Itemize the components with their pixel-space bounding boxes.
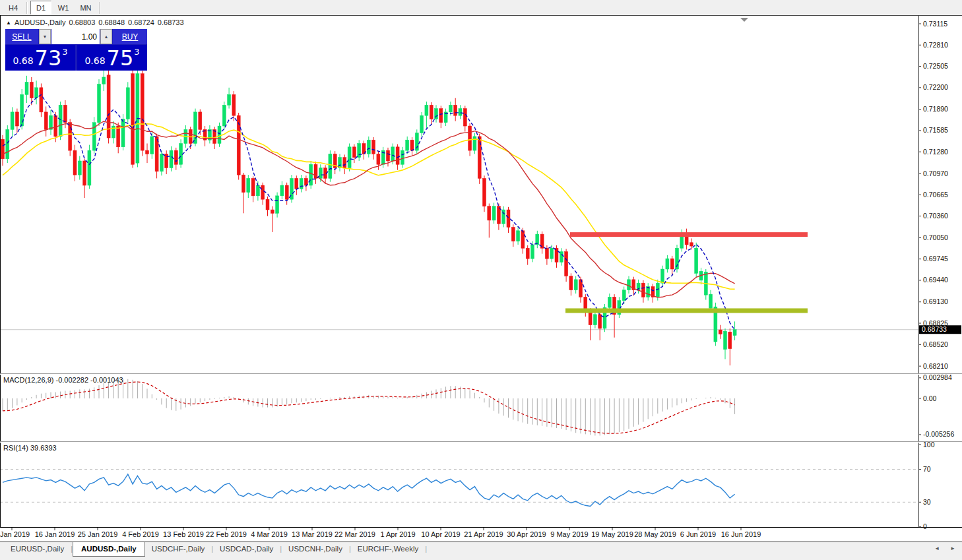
rsi-axis-label: 0 <box>923 522 927 530</box>
candle-body <box>121 119 125 146</box>
toolbar-separator <box>26 2 28 14</box>
tab-scroll-controls: ◄ ► <box>934 545 955 551</box>
candle-body <box>309 164 313 185</box>
candle-body <box>387 150 390 161</box>
price-axis-label: 0.68520 <box>923 340 948 348</box>
candle-body <box>728 332 732 348</box>
price-axis-label: 0.70665 <box>923 191 948 199</box>
candle-body <box>574 280 577 290</box>
candle-body <box>488 206 491 220</box>
date-axis-label: 13 Mar 2019 <box>292 530 333 538</box>
candle-body <box>266 199 269 210</box>
macd-axis-label: 0.002984 <box>923 373 952 381</box>
volume-decrease-button[interactable]: ▼ <box>39 29 51 44</box>
ask-price-box[interactable]: 0.68 75 3 <box>77 45 147 71</box>
macd-layer <box>3 379 735 436</box>
candle-body <box>406 140 409 150</box>
date-axis-label: 21 Apr 2019 <box>464 530 503 538</box>
candle-body <box>150 137 154 154</box>
collapse-triangle-icon[interactable]: ▲ <box>6 20 11 26</box>
candle-body <box>719 330 722 334</box>
resistance-band <box>570 232 808 237</box>
candle-body <box>247 178 250 192</box>
period-button-h4[interactable]: H4 <box>3 1 24 15</box>
bid-pipette: 3 <box>62 47 67 57</box>
ask-prefix: 0.68 <box>84 55 105 66</box>
bid-price-box[interactable]: 0.68 73 3 <box>5 45 75 71</box>
candle-body <box>526 248 529 259</box>
date-axis-label: 4 Mar 2019 <box>251 530 288 538</box>
chart-tab-audusd-daily[interactable]: AUDUSD-,Daily <box>73 542 145 557</box>
candle-body <box>285 185 288 199</box>
candle-body <box>459 109 462 116</box>
candle-body <box>319 168 322 179</box>
candle-body <box>545 248 548 259</box>
ohlc-close: 0.68733 <box>158 18 184 26</box>
candle-body <box>251 178 255 195</box>
tab-scroll-left-icon[interactable]: ◄ <box>934 545 940 551</box>
candle-body <box>222 105 226 126</box>
date-axis-label: 13 Feb 2019 <box>163 530 204 538</box>
price-axis-label: 0.71280 <box>923 148 948 156</box>
candle-body <box>329 154 332 178</box>
candle-body <box>83 161 86 185</box>
period-button-w1[interactable]: W1 <box>53 1 74 15</box>
chart-tab-usdchf-daily[interactable]: USDCHF-,Daily <box>145 542 212 556</box>
date-axis-label: 9 May 2019 <box>550 530 588 538</box>
date-axis-label: 22 Feb 2019 <box>206 530 247 538</box>
candle-body <box>608 297 611 307</box>
date-axis-label: 22 Mar 2019 <box>335 530 375 538</box>
candle-body <box>589 311 592 325</box>
chart-tab-eurusd-daily[interactable]: EURUSD-,Daily <box>4 542 71 556</box>
period-button-d1[interactable]: D1 <box>30 1 51 15</box>
sell-button[interactable]: SELL <box>5 29 38 44</box>
candle-body <box>146 150 149 154</box>
rsi-axis-label: 70 <box>923 465 931 473</box>
price-axis-label: 0.69745 <box>923 255 948 263</box>
chart-tab-usdcnh-daily[interactable]: USDCNH-,Daily <box>282 542 349 556</box>
candle-body <box>131 74 135 165</box>
period-button-mn[interactable]: MN <box>75 1 96 15</box>
candle-body <box>194 112 197 144</box>
buy-button[interactable]: BUY <box>113 29 147 44</box>
candle-body <box>555 248 558 262</box>
candle-body <box>276 196 279 213</box>
candle-body <box>300 178 303 189</box>
trade-panel-prices: 0.68 73 3 0.68 75 3 <box>5 45 147 71</box>
date-axis-label: 16 Jun 2019 <box>721 530 761 538</box>
tab-scroll-right-icon[interactable]: ► <box>950 545 955 551</box>
candle-body <box>358 143 361 157</box>
candle-body <box>401 150 404 164</box>
candle-body <box>49 115 53 129</box>
rsi-layer <box>3 474 735 507</box>
candle-body <box>396 147 399 164</box>
candle-body <box>483 178 486 206</box>
volume-input[interactable] <box>51 29 100 44</box>
chart-canvas[interactable]: 0.731150.728100.725050.722000.718900.715… <box>0 15 962 542</box>
candle-body <box>435 109 438 119</box>
candle-body <box>565 252 568 276</box>
price-axis-label: 0.68210 <box>923 362 948 370</box>
ohlc-low: 0.68724 <box>128 18 154 26</box>
chart-tabs: EURUSD-,Daily|AUDUSD-,DailyUSDCHF-,Daily… <box>4 542 427 557</box>
candle-body <box>242 175 245 192</box>
candle-body <box>261 185 265 199</box>
candle-body <box>377 154 380 164</box>
ask-big-figure: 75 <box>107 46 134 70</box>
candle-body <box>35 88 38 98</box>
price-axis-label: 0.70360 <box>923 212 948 220</box>
price-axis-label: 0.70050 <box>923 233 948 241</box>
candle-body <box>724 331 727 350</box>
candle-body <box>550 248 554 259</box>
support-band <box>565 308 808 313</box>
candle-body <box>439 109 443 123</box>
date-axis-label: 7 Jan 2019 <box>0 530 30 538</box>
chart-tab-eurchf-weekly[interactable]: EURCHF-,Weekly <box>351 542 425 556</box>
date-axis-label: 28 May 2019 <box>634 530 676 538</box>
candle-body <box>666 259 669 269</box>
candle-body <box>69 123 72 150</box>
candle-body <box>430 105 433 119</box>
candle-body <box>521 231 525 248</box>
volume-increase-button[interactable]: ▲ <box>100 29 112 44</box>
chart-tab-usdcad-daily[interactable]: USDCAD-,Daily <box>213 542 280 556</box>
